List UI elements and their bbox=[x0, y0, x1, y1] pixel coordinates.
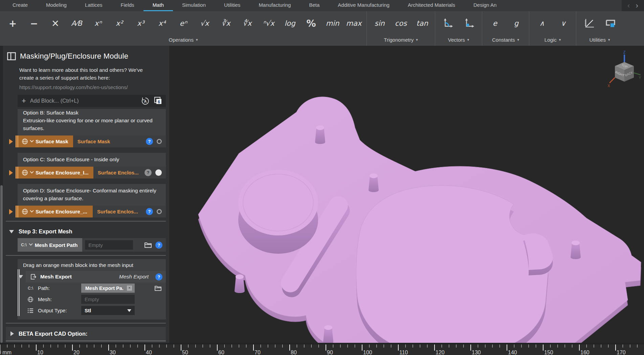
math-button-x[interactable]: √x bbox=[194, 14, 215, 33]
tab-lattices[interactable]: Lattices bbox=[76, 0, 112, 11]
help-icon[interactable]: ? bbox=[145, 169, 152, 176]
math-button-x[interactable]: xⁿ bbox=[87, 14, 109, 33]
mesh-export-header[interactable]: Mesh Export Mesh Export ? bbox=[26, 271, 166, 283]
section-box-icon[interactable] bbox=[600, 14, 621, 33]
math-button-[interactable]: ∧ bbox=[531, 14, 553, 33]
output-type-select[interactable]: Stl bbox=[81, 306, 135, 315]
tabs-scroll-right-icon[interactable]: › bbox=[636, 2, 638, 9]
surface-mask-row[interactable]: Surface Mask Surface Mask ? bbox=[16, 135, 166, 147]
plot-icon[interactable] bbox=[578, 14, 600, 33]
math-button-[interactable]: % bbox=[301, 14, 322, 33]
collapse-arrow-icon[interactable] bbox=[9, 230, 14, 233]
vector-angle-icon[interactable] bbox=[437, 14, 459, 33]
surface-enclosure-block[interactable]: Surface Enclosure_... bbox=[16, 206, 93, 217]
tabs-scroll-left-icon[interactable]: ‹ bbox=[627, 2, 630, 9]
math-button-x[interactable]: ∛x bbox=[215, 14, 237, 33]
tab-simulation[interactable]: Simulation bbox=[173, 0, 215, 11]
math-button-cos[interactable]: cos bbox=[390, 14, 412, 33]
math-button-[interactable]: ✕ bbox=[45, 14, 66, 33]
tab-additive-manufacturing[interactable]: Additive Manufacturing bbox=[329, 0, 399, 11]
help-icon[interactable]: ? bbox=[146, 138, 153, 145]
status-filled-icon[interactable] bbox=[155, 169, 162, 176]
tab-utilities[interactable]: Utilities bbox=[215, 0, 249, 11]
math-button-[interactable]: + bbox=[2, 14, 23, 33]
beta-export-section[interactable]: BETA Export CAD Option: bbox=[6, 327, 166, 340]
path-label: Path: bbox=[38, 285, 78, 291]
math-button-x[interactable]: ∜x bbox=[237, 14, 258, 33]
surface-enclosure-row[interactable]: Surface Enclosure_... Surface Enclos... … bbox=[16, 206, 166, 217]
step3-header[interactable]: Step 3: Export Mesh bbox=[6, 225, 166, 238]
math-button-[interactable]: ∨ bbox=[553, 14, 574, 33]
status-ring-icon[interactable] bbox=[157, 209, 162, 214]
tab-architected-materials[interactable]: Architected Materials bbox=[399, 0, 464, 11]
remove-reference-icon[interactable]: × bbox=[127, 286, 132, 291]
group-label-utilities[interactable]: Utilities▾ bbox=[576, 36, 623, 46]
scrollbar-thumb[interactable] bbox=[0, 185, 3, 343]
support-link[interactable]: https://support.ntopology.com/hc/en-us/s… bbox=[19, 84, 164, 90]
mesh-export-path-row[interactable]: C:\ Mesh Export Path Empty bbox=[18, 238, 166, 252]
group-label-operations[interactable]: Operations▾ bbox=[0, 36, 367, 46]
surface-enclosure-i-block[interactable]: Surface Enclosure_I... bbox=[16, 167, 93, 179]
tab-fields[interactable]: Fields bbox=[112, 0, 143, 11]
notebook-scrollbar[interactable] bbox=[0, 46, 3, 343]
math-button-[interactable]: − bbox=[23, 14, 45, 33]
chevron-down-icon[interactable] bbox=[30, 208, 34, 212]
collapse-arrow-icon[interactable] bbox=[18, 275, 23, 278]
group-label-constants[interactable]: Constants▾ bbox=[482, 36, 529, 46]
path-reference-chip[interactable]: Mesh Export Pa... × bbox=[81, 284, 135, 293]
math-button-g[interactable]: g bbox=[506, 14, 527, 33]
math-button-x[interactable]: x⁴ bbox=[151, 14, 173, 33]
tab-modeling[interactable]: Modeling bbox=[37, 0, 76, 11]
math-button-x[interactable]: x² bbox=[109, 14, 130, 33]
group-label-logic[interactable]: Logic▾ bbox=[529, 36, 576, 46]
tab-create[interactable]: Create bbox=[3, 0, 37, 11]
expand-arrow-icon[interactable] bbox=[9, 170, 13, 175]
tab-beta[interactable]: Beta bbox=[300, 0, 329, 11]
expand-arrow-icon[interactable] bbox=[9, 139, 13, 144]
block-count-badge[interactable]: 6 bbox=[154, 97, 162, 105]
option-b-title: Option B: Surface Mask bbox=[23, 109, 161, 117]
math-button-sin[interactable]: sin bbox=[369, 14, 390, 33]
vector-rightangle-icon[interactable] bbox=[459, 14, 480, 33]
math-button-log[interactable]: log bbox=[279, 14, 301, 33]
math-button-max[interactable]: max bbox=[343, 14, 364, 33]
view-cube[interactable]: Z X Y TOP RIGHT BACK bbox=[607, 50, 642, 91]
folder-icon[interactable] bbox=[144, 242, 152, 248]
help-icon[interactable]: ? bbox=[155, 273, 162, 280]
expand-arrow-icon[interactable] bbox=[10, 331, 14, 336]
pin-boss bbox=[369, 173, 379, 192]
auto-run-icon[interactable]: A bbox=[141, 97, 150, 105]
math-button-ab[interactable]: A⁄B bbox=[66, 14, 87, 33]
expand-arrow-icon[interactable] bbox=[9, 209, 13, 214]
add-block-row[interactable]: + Add Block... (Ctrl+L) A 6 bbox=[18, 95, 166, 107]
math-button-x[interactable]: x³ bbox=[130, 14, 151, 33]
path-value-input[interactable]: Empty bbox=[85, 240, 133, 250]
help-icon[interactable]: ? bbox=[155, 242, 162, 249]
math-button-min[interactable]: min bbox=[322, 14, 343, 33]
tab-math[interactable]: Math bbox=[143, 0, 173, 11]
math-button-tan[interactable]: tan bbox=[412, 14, 433, 33]
mesh-export-path-chip[interactable]: C:\ Mesh Export Path bbox=[18, 238, 82, 252]
group-label-vectors[interactable]: Vectors▾ bbox=[435, 36, 482, 46]
tab-manufacturing[interactable]: Manufacturing bbox=[249, 0, 300, 11]
help-icon[interactable]: ? bbox=[146, 208, 153, 215]
chevron-down-icon[interactable] bbox=[30, 169, 34, 173]
group-label-trigonometry[interactable]: Trigonometry▾ bbox=[367, 36, 435, 46]
tab-design-an[interactable]: Design An bbox=[464, 0, 506, 11]
chevron-down-icon[interactable] bbox=[30, 138, 34, 142]
math-button-x[interactable]: ⁿ√x bbox=[258, 14, 279, 33]
mesh-input[interactable]: Empty bbox=[81, 295, 135, 304]
chevron-down-icon[interactable] bbox=[29, 242, 32, 246]
masking-plug-part[interactable] bbox=[169, 46, 644, 343]
status-ring-icon[interactable] bbox=[157, 139, 162, 144]
surface-enclosure-i-row[interactable]: Surface Enclosure_I... Surface Enclos...… bbox=[16, 167, 166, 179]
math-button-e[interactable]: e bbox=[484, 14, 506, 33]
folder-icon[interactable] bbox=[154, 285, 162, 291]
math-button-e[interactable]: eⁿ bbox=[173, 14, 194, 33]
measurement-ruler: 1020304050607080901001101201301401501601… bbox=[0, 343, 644, 355]
blocks-scroll-region: Option B: Surface Mask Extrusion-like co… bbox=[6, 109, 166, 343]
3d-viewport[interactable]: Z X Y TOP RIGHT BACK bbox=[169, 46, 644, 343]
surface-mask-block[interactable]: Surface Mask bbox=[16, 135, 73, 147]
svg-text:160: 160 bbox=[580, 350, 590, 355]
svg-text:A: A bbox=[144, 99, 147, 103]
